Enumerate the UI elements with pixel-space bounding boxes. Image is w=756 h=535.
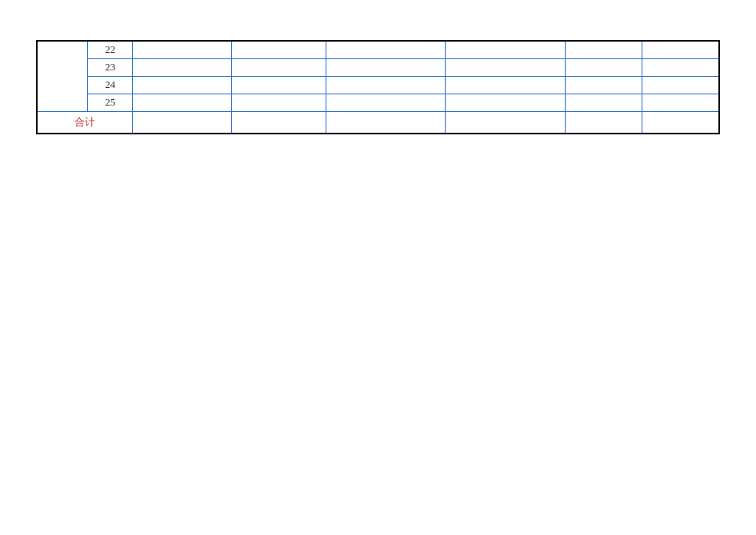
cell: [133, 41, 232, 58]
cell: [326, 76, 446, 94]
cell: [642, 58, 719, 76]
cell: [565, 94, 642, 111]
table-row: 22: [37, 41, 719, 58]
cell-num: 22: [88, 41, 133, 58]
cell: [565, 58, 642, 76]
table-container: 22 23 24: [36, 40, 720, 134]
cell: [642, 76, 719, 94]
cell: [133, 111, 232, 134]
cell: [326, 111, 446, 134]
cell: [133, 58, 232, 76]
cell-blank: [37, 41, 88, 58]
cell: [231, 76, 326, 94]
cell-blank: [37, 94, 88, 111]
table-total-row: 合计: [37, 111, 719, 134]
cell: [231, 41, 326, 58]
table-row: 25: [37, 94, 719, 111]
cell: [642, 111, 719, 134]
cell-num: 23: [88, 58, 133, 76]
cell: [446, 41, 566, 58]
cell: [326, 94, 446, 111]
cell: [133, 94, 232, 111]
cell: [231, 58, 326, 76]
cell-num: 25: [88, 94, 133, 111]
cell: [446, 76, 566, 94]
cell: [446, 58, 566, 76]
data-table: 22 23 24: [36, 40, 720, 134]
table-row: 23: [37, 58, 719, 76]
cell: [231, 111, 326, 134]
cell: [446, 94, 566, 111]
cell: [326, 41, 446, 58]
cell: [642, 94, 719, 111]
cell: [446, 111, 566, 134]
cell: [565, 76, 642, 94]
cell: [565, 111, 642, 134]
cell: [565, 41, 642, 58]
cell-num: 24: [88, 76, 133, 94]
table-row: 24: [37, 76, 719, 94]
cell: [231, 94, 326, 111]
cell: [642, 41, 719, 58]
cell-blank: [37, 76, 88, 94]
cell: [326, 58, 446, 76]
cell-blank: [37, 58, 88, 76]
total-label-cell: 合计: [37, 111, 133, 134]
cell: [133, 76, 232, 94]
